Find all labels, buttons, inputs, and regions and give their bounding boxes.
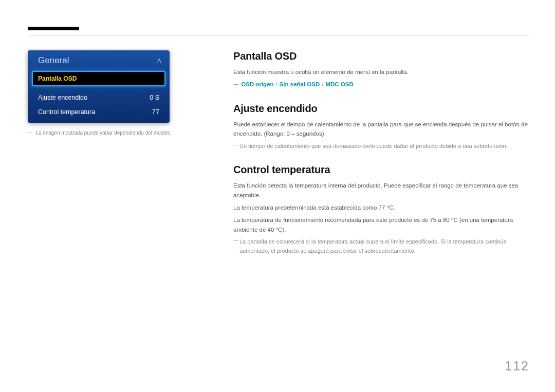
right-column: Pantalla OSD Esta función muestra u ocul… (177, 50, 529, 269)
header-divider (28, 35, 529, 35)
left-caption-text: La imagen mostrada puede variar dependie… (36, 130, 172, 136)
osd-selected-item[interactable]: Pantalla OSD (32, 71, 165, 86)
chevron-up-icon: ᐱ (157, 58, 161, 64)
osd-options: ― OSD origen/Sin señal OSD/MDC OSD (233, 80, 529, 89)
option-value: OSD origen (241, 81, 273, 87)
section-title: Control temperatura (233, 164, 529, 176)
option-value: Sin señal OSD (280, 81, 320, 87)
page-number: 112 (505, 359, 529, 374)
section-control-temperatura: Control temperatura Esta función detecta… (233, 164, 529, 255)
header-marker (28, 27, 79, 30)
section-body: La temperatura de funcionamiento recomen… (233, 215, 529, 234)
section-body: La temperatura predeterminada está estab… (233, 203, 529, 212)
osd-row-value: 77 (152, 108, 159, 116)
osd-header-label: General (38, 55, 69, 66)
section-title: Ajuste encendido (233, 103, 529, 115)
osd-menu-panel: General ᐱ Pantalla OSD Ajuste encendido … (28, 50, 170, 123)
section-body: Esta función detecta la temperatura inte… (233, 181, 529, 200)
section-note: La pantalla se oscurecerá si la temperat… (233, 237, 529, 255)
left-caption: La imagen mostrada puede variar dependie… (28, 129, 177, 137)
page-content: General ᐱ Pantalla OSD Ajuste encendido … (28, 50, 529, 269)
osd-row-label: Ajuste encendido (38, 94, 87, 101)
osd-row-control-temperatura[interactable]: Control temperatura 77 (28, 105, 170, 123)
section-note: Un tiempo de calentamiento que sea demas… (233, 142, 529, 151)
osd-selected-label: Pantalla OSD (38, 75, 77, 82)
osd-row-value: 0 S (150, 94, 159, 101)
osd-menu-header[interactable]: General ᐱ (28, 50, 170, 71)
section-ajuste-encendido: Ajuste encendido Puede establecer el tie… (233, 103, 529, 151)
separator-icon: / (320, 81, 325, 87)
option-value: MDC OSD (325, 81, 353, 87)
section-title: Pantalla OSD (233, 50, 529, 62)
osd-row-ajuste-encendido[interactable]: Ajuste encendido 0 S (28, 90, 170, 105)
left-column: General ᐱ Pantalla OSD Ajuste encendido … (28, 50, 177, 269)
section-body: Esta función muestra u oculta un element… (233, 67, 529, 77)
separator-icon: / (273, 81, 279, 87)
dash-icon: ― (233, 81, 238, 87)
osd-row-label: Control temperatura (38, 108, 95, 116)
section-pantalla-osd: Pantalla OSD Esta función muestra u ocul… (233, 50, 529, 89)
section-body: Puede establecer el tiempo de calentamie… (233, 120, 529, 139)
